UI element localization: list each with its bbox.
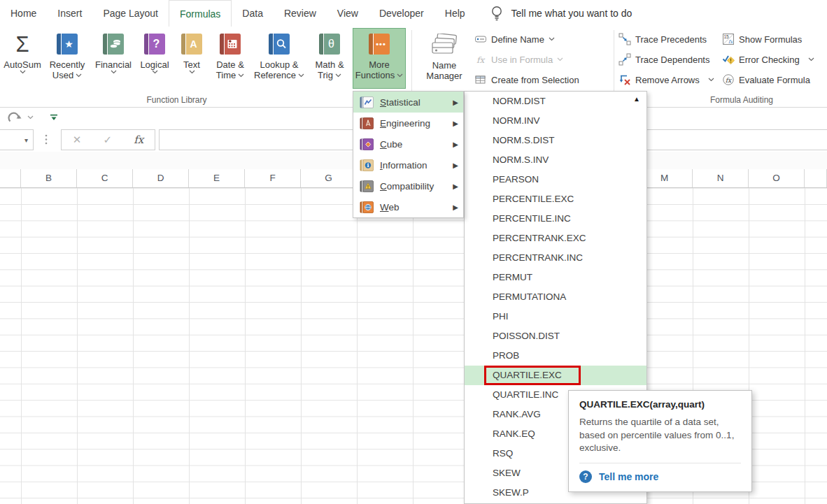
trace-dependents-icon: [619, 53, 631, 66]
menu-item-web[interactable]: Web▶: [353, 196, 463, 217]
function-item-percentrank-exc[interactable]: PERCENTRANK.EXC: [465, 229, 646, 248]
name-box[interactable]: ▾: [0, 129, 34, 150]
column-header-partial[interactable]: [0, 169, 21, 187]
function-item-norm-inv[interactable]: NORM.INV: [465, 111, 646, 131]
column-header-n[interactable]: N: [693, 169, 749, 187]
tab-developer[interactable]: Developer: [369, 0, 434, 27]
tell-me-box[interactable]: Tell me what you want to do: [490, 0, 632, 27]
ribbon-button-more-functions[interactable]: •••MoreFunctions: [353, 28, 406, 89]
menu-item-engineering[interactable]: Engineering▶: [353, 113, 463, 134]
button-label: Time: [216, 70, 236, 80]
function-item-norm-dist[interactable]: NORM.DIST: [465, 92, 646, 111]
ribbon-button-evaluate-formula[interactable]: fxEvaluate Formula: [722, 71, 810, 88]
function-item-norm-s-inv[interactable]: NORM.S.INV: [465, 150, 646, 170]
financial-icon: [103, 34, 124, 55]
tab-help[interactable]: Help: [434, 0, 476, 27]
tab-home[interactable]: Home: [0, 0, 47, 27]
ribbon-button-show-formulas[interactable]: 15fxShow Formulas: [722, 31, 802, 48]
book-cube-icon: [360, 138, 374, 150]
svg-text:15: 15: [724, 34, 730, 39]
ribbon-button-lookup-reference[interactable]: Lookup &Reference: [252, 28, 306, 89]
menu-item-compatibility[interactable]: Compatibility▶: [353, 175, 463, 196]
scroll-up-icon[interactable]: ▲: [633, 96, 640, 103]
formula-auditing-label: Formula Auditing: [658, 95, 826, 105]
column-header-b[interactable]: B: [21, 169, 77, 187]
insert-function-icon[interactable]: fx: [134, 134, 143, 146]
name-box-dropdown-icon[interactable]: ▾: [24, 136, 28, 144]
column-header-o[interactable]: O: [749, 169, 805, 187]
function-item-prob[interactable]: PROB: [465, 346, 646, 366]
column-header-g[interactable]: G: [301, 169, 357, 187]
button-label: Math &: [315, 59, 344, 70]
tell-me-more-label: Tell me more: [599, 471, 658, 482]
tab-insert[interactable]: Insert: [47, 0, 92, 27]
svg-text:fx: fx: [726, 77, 732, 84]
button-label: Recently: [50, 59, 85, 70]
function-item-norm-s-dist[interactable]: NORM.S.DIST: [465, 131, 646, 150]
function-item-permutationa[interactable]: PERMUTATIONA: [465, 287, 646, 307]
ribbon-button-remove-arrows[interactable]: Remove Arrows: [619, 71, 714, 88]
ribbon-button-logical[interactable]: ?Logical: [136, 28, 174, 89]
menu-item-information[interactable]: iInformation▶: [353, 154, 463, 175]
customize-quick-access-icon[interactable]: [50, 114, 58, 122]
column-header-c[interactable]: C: [77, 169, 133, 187]
function-item-permut[interactable]: PERMUT: [465, 268, 646, 287]
tab-data[interactable]: Data: [232, 0, 274, 27]
show-formulas-icon: 15fx: [722, 33, 735, 45]
menu-item-statistical[interactable]: Statistical▶: [353, 92, 463, 113]
button-label: More: [369, 59, 390, 70]
recently-used-icon: ★: [57, 34, 78, 55]
button-label: Manager: [426, 71, 462, 81]
ribbon-button-error-checking[interactable]: Error Checking: [722, 51, 814, 68]
tell-me-more-link[interactable]: ? Tell me more: [579, 470, 741, 483]
function-item-quartile-exc[interactable]: QUARTILE.EXC: [465, 366, 646, 385]
tab-review[interactable]: Review: [274, 0, 327, 27]
redo-button[interactable]: [7, 112, 22, 124]
ribbon-button-text[interactable]: AText: [175, 28, 208, 89]
lookup-reference-icon: [269, 34, 290, 55]
column-header-d[interactable]: D: [133, 169, 189, 187]
function-library-label: Function Library: [0, 95, 353, 105]
function-item-percentile-exc[interactable]: PERCENTILE.EXC: [465, 189, 646, 209]
ribbon-button-use-in-formula[interactable]: fxUse in Formula: [474, 51, 563, 68]
submenu-arrow-icon: ▶: [453, 120, 458, 127]
ribbon-button-create-from-selection[interactable]: Create from Selection: [474, 71, 579, 88]
cancel-icon[interactable]: ✕: [73, 134, 82, 146]
ribbon-button-define-name[interactable]: Define Name: [474, 31, 555, 48]
function-item-phi[interactable]: PHI: [465, 307, 646, 326]
column-header-e[interactable]: E: [189, 169, 245, 187]
function-item-percentile-inc[interactable]: PERCENTILE.INC: [465, 209, 646, 229]
column-header-f[interactable]: F: [245, 169, 301, 187]
date-time-icon: [220, 34, 241, 55]
ribbon-button-autosum[interactable]: ΣAutoSum: [4, 28, 41, 89]
function-item-pearson[interactable]: PEARSON: [465, 170, 646, 189]
sigma-icon: Σ: [15, 34, 29, 56]
submenu-arrow-icon: ▶: [453, 99, 458, 106]
ribbon-button-math-trig[interactable]: θMath &Trig: [308, 28, 351, 89]
tab-view[interactable]: View: [327, 0, 369, 27]
tab-formulas[interactable]: Formulas: [169, 0, 232, 27]
button-label: AutoSum: [3, 59, 41, 70]
button-label: Logical: [140, 59, 169, 70]
ribbon-button-date-time[interactable]: Date &Time: [210, 28, 250, 89]
lightbulb-icon: [490, 4, 504, 22]
column-header-partial[interactable]: [805, 169, 827, 187]
redo-dropdown-chevron[interactable]: [27, 115, 34, 120]
button-label: Reference: [254, 70, 296, 80]
ribbon-tabs: HomeInsertPage LayoutFormulasDataReviewV…: [0, 0, 476, 27]
enter-icon[interactable]: ✓: [103, 134, 112, 146]
function-item-poisson-dist[interactable]: POISSON.DIST: [465, 326, 646, 346]
function-item-percentrank-inc[interactable]: PERCENTRANK.INC: [465, 248, 646, 268]
tab-page-layout[interactable]: Page Layout: [92, 0, 169, 27]
ribbon-button-financial[interactable]: Financial: [92, 28, 134, 89]
menu-item-cube[interactable]: Cube▶: [353, 134, 463, 154]
button-label: Trig: [318, 70, 333, 80]
ribbon-button-recently-used[interactable]: ★RecentlyUsed: [43, 28, 91, 89]
ribbon-button-trace-dependents[interactable]: Trace Dependents: [619, 51, 709, 68]
book-web-icon: [360, 201, 374, 213]
ribbon-button-trace-precedents[interactable]: Trace Precedents: [619, 31, 707, 48]
tooltip-title: QUARTILE.EXC(array,quart): [579, 399, 741, 410]
ribbon-button-name-manager[interactable]: Name Manager: [421, 28, 467, 89]
help-icon: ?: [579, 470, 592, 483]
red-highlight-box: [484, 366, 581, 385]
